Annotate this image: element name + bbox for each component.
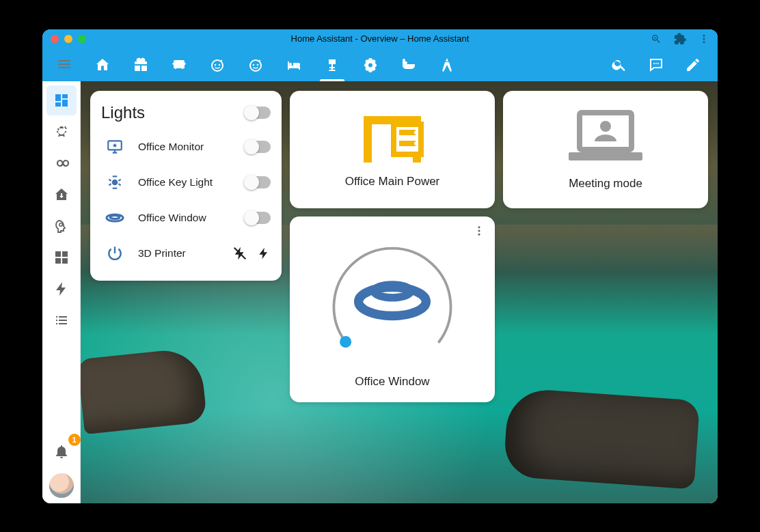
face-sparkle-icon — [247, 57, 264, 73]
svg-point-10 — [655, 63, 657, 64]
window-title: Home Assistant - Overview – Home Assista… — [291, 33, 470, 44]
sidebar-item-logbook[interactable] — [46, 305, 77, 335]
svg-point-14 — [112, 179, 118, 185]
tab-face1[interactable] — [198, 48, 236, 81]
titlebar: Home Assistant - Overview – Home Assista… — [42, 29, 718, 48]
tab-sofa[interactable] — [160, 48, 198, 81]
office-keylight-toggle[interactable] — [245, 176, 271, 188]
entity-row-office-window-light[interactable]: Office Window — [101, 200, 271, 236]
svg-point-28 — [478, 226, 480, 228]
svg-point-30 — [478, 233, 480, 235]
entity-row-office-monitor[interactable]: Office Monitor — [101, 129, 271, 165]
svg-point-8 — [257, 64, 259, 66]
desk-icon — [359, 111, 425, 165]
svg-point-18 — [110, 215, 120, 219]
entity-label: Office Monitor — [138, 141, 235, 153]
svg-point-35 — [600, 121, 611, 132]
zoom-window-button[interactable] — [78, 35, 86, 43]
tile-label: Office Main Power — [345, 175, 440, 188]
flash-icon[interactable] — [257, 246, 271, 261]
entity-label: Office Key Light — [138, 176, 235, 188]
tab-bed[interactable] — [275, 48, 313, 81]
dial-label: Office Window — [355, 375, 429, 389]
power-icon — [106, 244, 124, 262]
view-dashboard-icon — [53, 92, 70, 109]
sidebar-item-debug[interactable] — [46, 117, 77, 147]
sidebar-item-overview[interactable] — [46, 85, 77, 115]
tab-home[interactable] — [83, 48, 122, 81]
sidebar-item-energy[interactable] — [46, 274, 77, 304]
bed-icon — [286, 57, 302, 73]
traffic-lights — [51, 35, 86, 43]
svg-rect-16 — [113, 176, 118, 177]
home-heart-icon — [94, 57, 111, 73]
svg-point-12 — [59, 223, 62, 225]
svg-point-32 — [359, 287, 426, 316]
svg-rect-22 — [394, 124, 421, 154]
lightning-icon — [53, 281, 70, 297]
svg-rect-27 — [413, 154, 421, 163]
view-grid-icon — [53, 249, 70, 266]
card-menu-button[interactable] — [473, 225, 485, 237]
tile-label: Meeting mode — [569, 177, 642, 191]
tab-flower[interactable] — [351, 48, 390, 81]
tab-bath[interactable] — [390, 48, 428, 81]
tab-gift[interactable] — [122, 48, 160, 81]
dashboard-content: Lights Office Monitor Office Key Light — [81, 81, 718, 503]
sidebar-item-install[interactable] — [46, 180, 77, 210]
face-sparkle-icon — [209, 57, 226, 73]
zoom-in-icon[interactable] — [651, 33, 662, 44]
close-window-button[interactable] — [51, 35, 59, 43]
view-tabs — [83, 48, 603, 81]
svg-point-5 — [219, 64, 221, 66]
user-avatar[interactable] — [49, 473, 74, 498]
hamburger-menu-icon[interactable] — [56, 56, 72, 72]
minimize-window-button[interactable] — [64, 35, 72, 43]
laptop-person-icon — [565, 109, 647, 167]
entity-row-office-keylight[interactable]: Office Key Light — [101, 165, 271, 200]
install-icon — [53, 186, 70, 203]
monitor-icon — [106, 138, 124, 156]
kebab-menu-icon[interactable] — [698, 33, 709, 44]
notifications-button[interactable]: 1 — [46, 436, 77, 466]
sidebar-item-panels[interactable] — [46, 242, 77, 272]
lights-master-toggle[interactable] — [245, 107, 271, 119]
office-window-light-toggle[interactable] — [245, 212, 271, 224]
pencil-icon — [685, 57, 701, 73]
svg-point-26 — [414, 141, 417, 144]
sidebar-item-assist[interactable] — [46, 211, 77, 241]
sidebar-item-infinity[interactable] — [46, 148, 77, 178]
lights-card: Lights Office Monitor Office Key Light — [90, 91, 282, 281]
brightness-dial[interactable] — [317, 232, 467, 361]
dial-card-office-window: Office Window — [290, 216, 495, 402]
svg-point-7 — [253, 64, 255, 66]
top-app-bar — [42, 48, 718, 81]
tab-compass[interactable] — [428, 48, 466, 81]
svg-point-4 — [215, 64, 217, 66]
assist-button[interactable] — [640, 48, 673, 81]
extension-icon[interactable] — [674, 33, 686, 45]
entity-row-3d-printer[interactable]: 3D Printer — [101, 236, 271, 271]
keylight-icon — [106, 173, 124, 191]
search-icon — [611, 57, 627, 73]
flash-off-icon[interactable] — [232, 246, 247, 261]
svg-point-31 — [340, 335, 351, 347]
office-monitor-toggle[interactable] — [245, 141, 271, 153]
tab-office[interactable] — [313, 48, 351, 81]
svg-point-9 — [653, 63, 655, 64]
sidebar: 1 — [42, 81, 81, 503]
tab-face2[interactable] — [236, 48, 275, 81]
head-cog-icon — [53, 218, 70, 234]
tile-meeting-mode[interactable]: Meeting mode — [503, 91, 708, 208]
sofa-icon — [171, 57, 187, 73]
search-button[interactable] — [603, 48, 636, 81]
compass-icon — [439, 57, 455, 73]
entity-label: Office Window — [138, 212, 235, 224]
edit-dashboard-button[interactable] — [677, 48, 709, 81]
svg-rect-15 — [113, 187, 118, 188]
chat-icon — [648, 57, 664, 73]
tile-office-main-power[interactable]: Office Main Power — [290, 91, 495, 208]
svg-point-11 — [657, 63, 659, 64]
svg-point-3 — [212, 60, 223, 71]
kebab-menu-icon — [473, 225, 485, 237]
